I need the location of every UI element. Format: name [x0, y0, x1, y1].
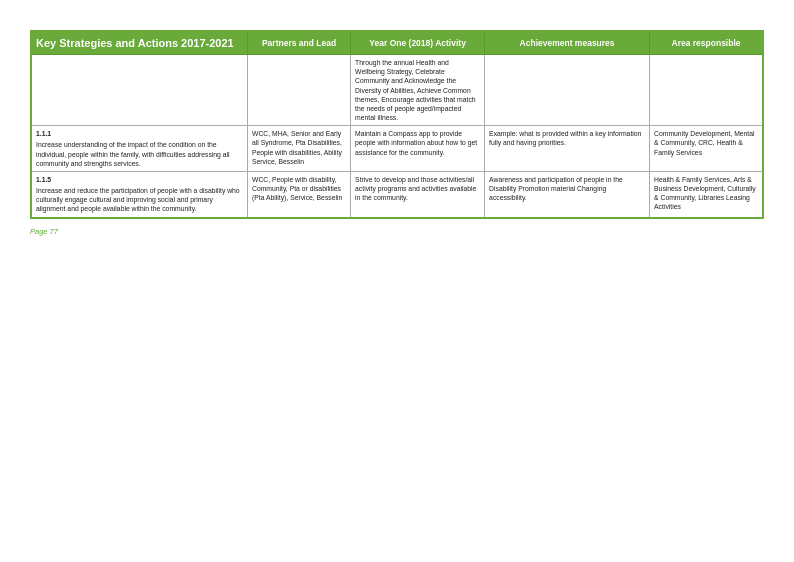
row2-col4: Awareness and participation of people in…	[485, 171, 650, 217]
row1-id: 1.1.1	[36, 129, 243, 138]
row2-col5: Health & Family Services, Arts & Busines…	[650, 171, 763, 217]
row2-col2: WCC, People with disability, Community, …	[248, 171, 351, 217]
row0-col5	[650, 55, 763, 126]
page-footer: Page 77	[30, 227, 58, 236]
row1-col2: WCC, MHA, Senior and Early all Syndrome,…	[248, 126, 351, 172]
row0-col3: Through the annual Health and Wellbeing …	[351, 55, 485, 126]
table-row: 1.1.5 Increase and reduce the participat…	[31, 171, 763, 217]
table-row: 1.1.1 Increase understanding of the impa…	[31, 126, 763, 172]
row0-col2	[248, 55, 351, 126]
row2-col1: 1.1.5 Increase and reduce the participat…	[31, 171, 248, 217]
row1-col5: Community Development, Mental & Communit…	[650, 126, 763, 172]
row2-col1-text: Increase and reduce the participation of…	[36, 187, 240, 212]
row0-col1	[31, 55, 248, 126]
row1-col3: Maintain a Compass app to provide people…	[351, 126, 485, 172]
header-area: Area responsible	[650, 31, 763, 55]
row0-col4	[485, 55, 650, 126]
table-row: Through the annual Health and Wellbeing …	[31, 55, 763, 126]
row2-col3: Strive to develop and those activities/a…	[351, 171, 485, 217]
row1-col4: Example: what is provided within a key i…	[485, 126, 650, 172]
main-table: Key Strategies and Actions 2017-2021 Par…	[30, 30, 764, 219]
header-key: Key Strategies and Actions 2017-2021	[31, 31, 248, 55]
row1-col1: 1.1.1 Increase understanding of the impa…	[31, 126, 248, 172]
row2-id: 1.1.5	[36, 175, 243, 184]
header-achievement: Achievement measures	[485, 31, 650, 55]
header-partners: Partners and Lead	[248, 31, 351, 55]
header-year: Year One (2018) Activity	[351, 31, 485, 55]
row1-col1-text: Increase understanding of the impact of …	[36, 141, 230, 166]
